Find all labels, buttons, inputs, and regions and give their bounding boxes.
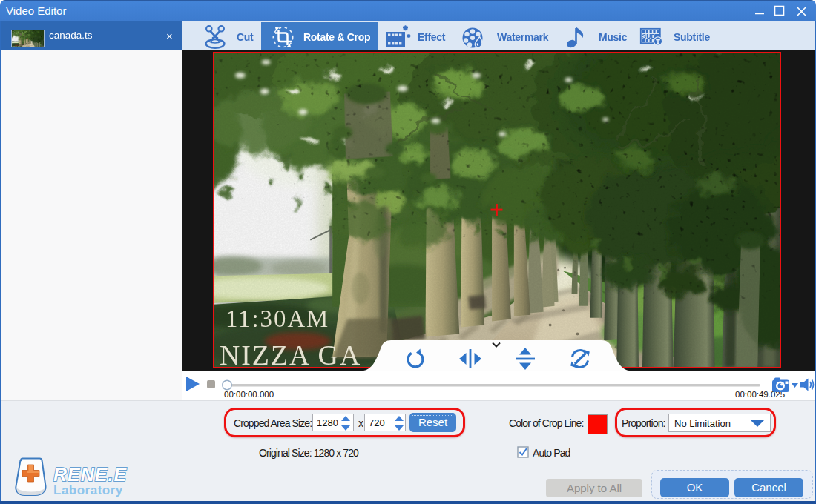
svg-text:Laboratory: Laboratory: [53, 483, 123, 497]
svg-text:T: T: [656, 38, 660, 45]
svg-text:RENE.E: RENE.E: [53, 464, 127, 485]
svg-text:SUB: SUB: [642, 33, 656, 40]
